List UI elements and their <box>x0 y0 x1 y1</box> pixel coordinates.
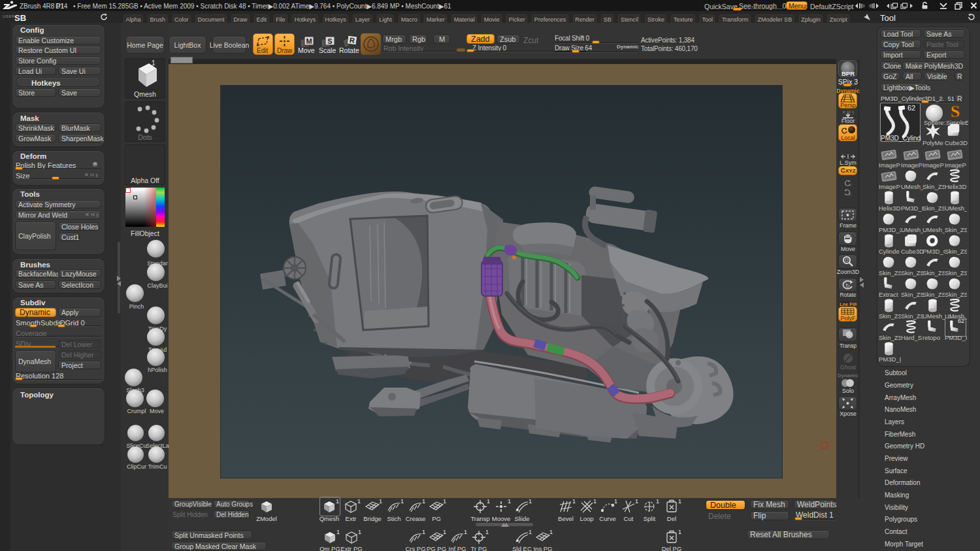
svg-text:S: S <box>951 103 960 120</box>
svg-text:Z: Z <box>849 192 851 196</box>
svg-text:R: R <box>349 36 355 44</box>
svg-text:Y: Y <box>849 183 852 187</box>
svg-text:S: S <box>327 37 332 45</box>
svg-text:M: M <box>306 37 312 45</box>
svg-text:↻: ↻ <box>845 283 850 289</box>
